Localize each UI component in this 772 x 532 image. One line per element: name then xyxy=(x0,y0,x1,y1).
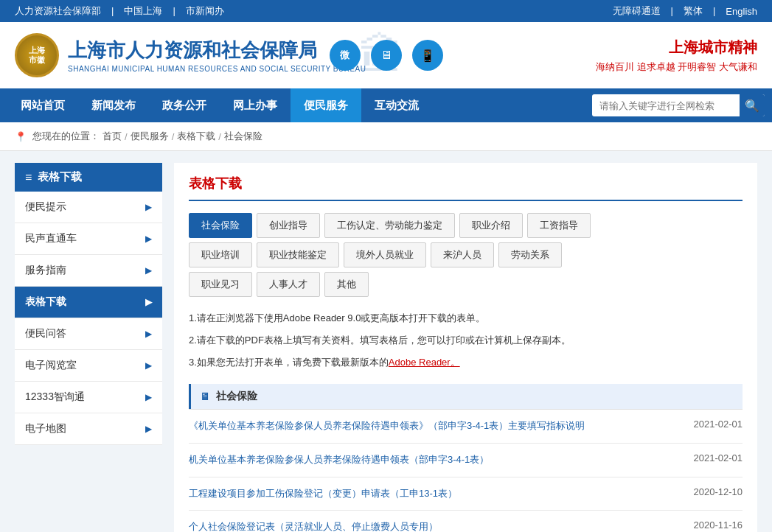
nav-item-online[interactable]: 网上办事 xyxy=(220,88,291,122)
breadcrumb-label: 您现在的位置： xyxy=(32,130,100,143)
top-link-hrss[interactable]: 人力资源社会保障部 xyxy=(15,4,114,18)
doc-date-0: 2021-02-01 xyxy=(694,419,743,430)
tab-social-insurance[interactable]: 社会保险 xyxy=(189,213,252,238)
tab-injury[interactable]: 工伤认定、劳动能力鉴定 xyxy=(324,213,455,238)
doc-title-2[interactable]: 工程建设项目参加工伤保险登记（变更）申请表（工申13-1表） xyxy=(189,486,679,502)
instructions: 1.请在正浏览器下使用Adobe Reader 9.0或更高版本打开下载的表单。… xyxy=(189,309,743,372)
top-link-shanghai[interactable]: 中国上海 xyxy=(124,4,175,18)
location-icon: 📍 xyxy=(15,131,27,142)
header-icons: 微 🖥 📱 xyxy=(330,40,443,71)
main-content: 表格下载 社会保险 创业指导 工伤认定、劳动能力鉴定 职业介绍 工资指导 职业培… xyxy=(174,163,757,532)
section-header: 🖥 社会保险 xyxy=(189,384,743,409)
doc-date-3: 2020-11-16 xyxy=(694,519,743,531)
arrow-icon: ▶ xyxy=(145,392,152,402)
sidebar-title: 表格下载 xyxy=(38,170,82,184)
doc-date-1: 2021-02-01 xyxy=(694,452,743,463)
top-link-news[interactable]: 市新闻办 xyxy=(186,4,224,18)
tab-skill-cert[interactable]: 职业技能鉴定 xyxy=(257,242,339,267)
sidebar-item-voice[interactable]: 民声直通车 ▶ xyxy=(15,223,162,255)
top-link-traditional[interactable]: 繁体 xyxy=(684,4,715,18)
tabs-row-3: 职业见习 人事人才 其他 xyxy=(189,272,743,297)
nav: 网站首页 新闻发布 政务公开 网上办事 便民服务 互动交流 🔍 xyxy=(0,88,772,122)
nav-item-interact[interactable]: 互动交流 xyxy=(361,88,432,122)
sidebar-item-tips[interactable]: 便民提示 ▶ xyxy=(15,192,162,223)
header: 上海市徽 上海市人力资源和社会保障局 SHANGHAI MUNICIPAL HU… xyxy=(0,22,772,88)
tabs-row-2: 职业培训 职业技能鉴定 境外人员就业 来沪人员 劳动关系 xyxy=(189,242,743,267)
sidebar: ≡ 表格下载 便民提示 ▶ 民声直通车 ▶ 服务指南 ▶ 表格下载 ▶ 便民问答… xyxy=(15,163,162,532)
top-link-accessible[interactable]: 无障碍通道 xyxy=(613,4,673,18)
sidebar-item-forms[interactable]: 表格下载 ▶ xyxy=(15,287,162,318)
arrow-icon: ▶ xyxy=(145,360,152,371)
sidebar-item-map[interactable]: 电子地图 ▶ xyxy=(15,413,162,445)
tab-other[interactable]: 其他 xyxy=(324,272,369,297)
arrow-icon: ▶ xyxy=(145,265,152,276)
search-button[interactable]: 🔍 xyxy=(740,94,765,116)
weibo-icon[interactable]: 微 xyxy=(330,40,361,71)
tab-training[interactable]: 职业培训 xyxy=(189,242,252,267)
breadcrumb-home[interactable]: 首页 xyxy=(102,130,122,143)
sidebar-item-ereader[interactable]: 电子阅览室 ▶ xyxy=(15,350,162,382)
table-row: 机关单位基本养老保险参保人员养老保险待遇申领表（部申字3-4-1表） 2021-… xyxy=(189,444,743,477)
header-left: 上海市徽 上海市人力资源和社会保障局 SHANGHAI MUNICIPAL HU… xyxy=(15,33,366,77)
doc-title-3[interactable]: 个人社会保险登记表（灵活就业人员、停止缴费人员专用） xyxy=(189,519,679,532)
doc-title-1[interactable]: 机关单位基本养老保险参保人员养老保险待遇申领表（部申字3-4-1表） xyxy=(189,452,679,468)
table-row: 工程建设项目参加工伤保险登记（变更）申请表（工申13-1表） 2020-12-1… xyxy=(189,477,743,511)
sidebar-header: ≡ 表格下载 xyxy=(15,163,162,192)
spirit-desc: 海纳百川 追求卓越 开明睿智 大气谦和 xyxy=(596,60,757,74)
nav-item-home[interactable]: 网站首页 xyxy=(7,88,78,122)
tabs-row-1: 社会保险 创业指导 工伤认定、劳动能力鉴定 职业介绍 工资指导 xyxy=(189,213,743,238)
spirit-title: 上海城市精神 xyxy=(596,38,757,57)
top-link-english[interactable]: English xyxy=(726,6,757,17)
doc-date-2: 2020-12-10 xyxy=(694,486,743,497)
content-area: ≡ 表格下载 便民提示 ▶ 民声直通车 ▶ 服务指南 ▶ 表格下载 ▶ 便民问答… xyxy=(0,151,772,532)
logo-badge: 上海市徽 xyxy=(15,33,59,77)
tab-migrants[interactable]: 来沪人员 xyxy=(431,242,494,267)
header-title-cn: 上海市人力资源和社会保障局 xyxy=(68,38,366,63)
tab-salary[interactable]: 工资指导 xyxy=(527,213,591,238)
instruction-3: 3.如果您无法打开表单，请免费下载最新版本的Adobe Reader。 xyxy=(189,353,743,372)
tab-career[interactable]: 职业介绍 xyxy=(459,213,523,238)
main-title: 表格下载 xyxy=(189,175,743,201)
arrow-icon: ▶ xyxy=(145,297,152,307)
top-bar-right: 无障碍通道 繁体 English xyxy=(613,4,757,18)
nav-item-service[interactable]: 便民服务 xyxy=(291,88,361,122)
instruction-2: 2.请在下载的PDF表格上填写有关资料。填写表格后，您可以打印或在计算机上保存副… xyxy=(189,331,743,350)
sidebar-item-guide[interactable]: 服务指南 ▶ xyxy=(15,255,162,287)
tab-foreign-employment[interactable]: 境外人员就业 xyxy=(344,242,426,267)
instruction-1: 1.请在正浏览器下使用Adobe Reader 9.0或更高版本打开下载的表单。 xyxy=(189,309,743,328)
sidebar-item-faq[interactable]: 便民问答 ▶ xyxy=(15,318,162,350)
arrow-icon: ▶ xyxy=(145,234,152,244)
sidebar-item-12333[interactable]: 12333智询通 ▶ xyxy=(15,382,162,413)
section-title: 社会保险 xyxy=(216,390,257,403)
breadcrumb: 📍 您现在的位置： 首页 / 便民服务 / 表格下载 / 社会保险 xyxy=(0,122,772,151)
top-bar-left: 人力资源社会保障部 中国上海 市新闻办 xyxy=(15,4,224,18)
tab-personnel[interactable]: 人事人才 xyxy=(257,272,320,297)
bars-icon: ≡ xyxy=(25,171,32,184)
table-row: 个人社会保险登记表（灵活就业人员、停止缴费人员专用） 2020-11-16 xyxy=(189,511,743,532)
mobile-icon[interactable]: 📱 xyxy=(412,40,443,71)
doc-title-0[interactable]: 《机关单位基本养老保险参保人员养老保险待遇申领表》（部申字3-4-1表）主要填写… xyxy=(189,419,679,434)
top-bar: 人力资源社会保障部 中国上海 市新闻办 无障碍通道 繁体 English xyxy=(0,0,772,22)
monitor-icon: 🖥 xyxy=(200,391,210,402)
tab-internship[interactable]: 职业见习 xyxy=(189,272,252,297)
breadcrumb-current: 社会保险 xyxy=(224,130,262,143)
breadcrumb-download[interactable]: 表格下载 xyxy=(177,130,215,143)
tab-labor-relations[interactable]: 劳动关系 xyxy=(498,242,562,267)
nav-item-gov[interactable]: 政务公开 xyxy=(149,88,220,122)
arrow-icon: ▶ xyxy=(145,329,152,339)
nav-search: 🔍 xyxy=(592,94,765,116)
arrow-icon: ▶ xyxy=(145,424,152,434)
search-input[interactable] xyxy=(592,100,740,111)
computer-icon[interactable]: 🖥 xyxy=(371,40,402,71)
header-title: 上海市人力资源和社会保障局 SHANGHAI MUNICIPAL HUMAN R… xyxy=(68,38,366,73)
tab-startup[interactable]: 创业指导 xyxy=(257,213,320,238)
adobe-reader-link[interactable]: Adobe Reader。 xyxy=(389,357,460,368)
arrow-icon: ▶ xyxy=(145,202,152,212)
header-right: 上海城市精神 海纳百川 追求卓越 开明睿智 大气谦和 xyxy=(596,38,757,74)
header-title-en: SHANGHAI MUNICIPAL HUMAN RESOURCES AND S… xyxy=(68,65,366,73)
table-row: 《机关单位基本养老保险参保人员养老保险待遇申领表》（部申字3-4-1表）主要填写… xyxy=(189,410,743,444)
doc-list: 《机关单位基本养老保险参保人员养老保险待遇申领表》（部申字3-4-1表）主要填写… xyxy=(189,409,743,532)
breadcrumb-service[interactable]: 便民服务 xyxy=(131,130,169,143)
nav-item-news[interactable]: 新闻发布 xyxy=(78,88,149,122)
